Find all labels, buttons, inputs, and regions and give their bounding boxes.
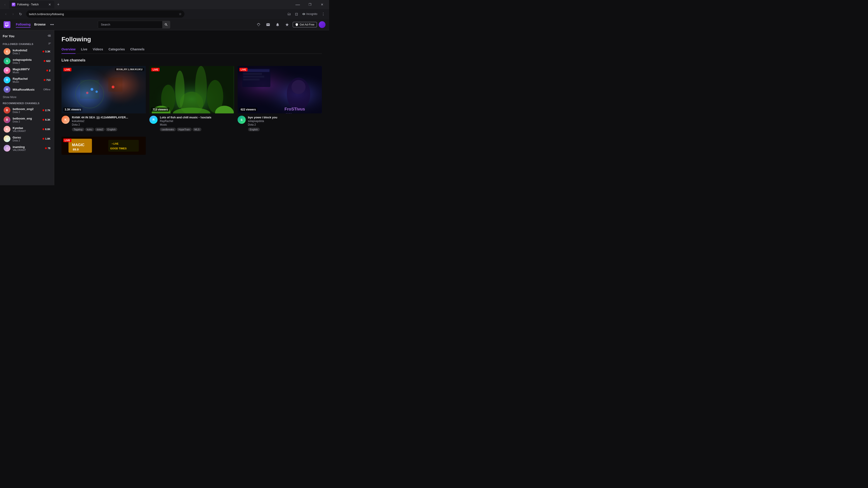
svg-text:MAGIC: MAGIC [72, 143, 85, 147]
forward-button[interactable]: › [10, 11, 16, 17]
sidebar-item[interactable]: G Gorxc Dota 2 1.8K [1, 134, 53, 143]
user-avatar[interactable] [319, 21, 326, 28]
channel-game: VALORANT [13, 149, 43, 151]
for-you-title: For You [3, 34, 14, 38]
followed-channels-title: FOLLOWED CHANNELS [3, 43, 33, 45]
viewer-count: 8.3K [42, 119, 51, 121]
stream-tag[interactable]: cardbreaks [160, 128, 176, 131]
live-channels-title: Live channels [61, 58, 322, 62]
stream-thumbnail: FroSTivus 2023 LIVE 622 viewers [238, 66, 322, 113]
star-icon[interactable]: ☆ [179, 12, 182, 16]
stream-card[interactable]: LIVE 713 viewers R Lots of fish and chil… [149, 66, 234, 131]
svg-point-21 [195, 66, 207, 108]
sidebar-collapse-icon[interactable] [48, 34, 51, 38]
stream-thumbnail: MAGIC 89.9 • LIVE GOOD TIMES LIVE [61, 137, 146, 155]
sidebar-item[interactable]: B betboom_eng Dota 2 8.3K [1, 115, 53, 125]
sidebar-item[interactable]: M MikaRoseMusic Offline [1, 85, 53, 94]
stream-tag[interactable]: MLS [193, 128, 202, 131]
nav-following[interactable]: Following [16, 22, 31, 28]
stream-card-4[interactable]: MAGIC 89.9 • LIVE GOOD TIMES LIVE [61, 137, 146, 155]
tab-nav-prev[interactable]: ‹ [2, 1, 8, 8]
streamer-avatar: R [149, 116, 158, 124]
sort-icon[interactable] [48, 42, 51, 46]
window-close-button[interactable]: ✕ [317, 1, 327, 8]
tab-overview[interactable]: Overview [61, 47, 75, 54]
channel-game: Music [13, 71, 44, 74]
channel-avatar: M [4, 67, 10, 74]
live-dot [42, 119, 44, 121]
channel-info: inamiing VALORANT [13, 145, 43, 151]
stream-title: bye yowe i block you [248, 116, 322, 119]
stream-tag[interactable]: dota2 [95, 128, 105, 131]
channel-avatar: B [4, 116, 10, 123]
stream-title: Lots of fish and chill music - !socials [160, 116, 234, 119]
search-button[interactable] [162, 21, 170, 29]
tab-videos[interactable]: Videos [93, 47, 103, 54]
viewer-count: 1.8K [42, 137, 51, 140]
live-dot [42, 138, 44, 140]
channel-name: Gorxc [13, 136, 40, 139]
svg-text:• LIVE: • LIVE [112, 142, 119, 145]
live-badge: LIVE [239, 68, 248, 71]
stream-tag[interactable]: Tagalog [72, 128, 84, 131]
svg-point-8 [108, 75, 127, 94]
channel-info: RayRachel Music [13, 77, 41, 83]
notifications-icon[interactable] [274, 21, 281, 29]
window-minimize-button[interactable]: — [292, 1, 303, 8]
stream-tag[interactable]: kuku [85, 128, 94, 131]
browser-treasury-icon[interactable]: 🗂 [286, 11, 292, 17]
svg-point-7 [75, 80, 103, 108]
twitch-logo[interactable] [4, 21, 10, 28]
tab-live[interactable]: Live [81, 47, 87, 54]
back-button[interactable]: ‹ [3, 11, 9, 17]
address-bar[interactable]: twitch.tv/directory/following ☆ [26, 10, 184, 18]
nav-more-button[interactable]: ••• [50, 23, 54, 27]
sidebar-item[interactable]: K kukudota2 Dota 2 3.3K [1, 47, 53, 56]
new-tab-button[interactable]: + [55, 1, 61, 8]
channel-info: kukudota2 Dota 2 [13, 48, 40, 55]
window-maximize-button[interactable]: ❐ [305, 1, 315, 8]
channel-game: Dota 2 [13, 139, 40, 142]
stream-card[interactable]: LIVE RIVALRY.LINK/KUKU 3.3K viewers K RA… [61, 66, 146, 131]
main-content: Following Overview Live Videos Categorie… [54, 30, 329, 185]
browser-profile-icon[interactable]: ⊡ [293, 11, 300, 17]
show-more-button[interactable]: Show More [0, 94, 54, 100]
viewer-count: 2.7K [42, 109, 51, 111]
nav-browse[interactable]: Browse [34, 22, 46, 28]
tab-close-button[interactable]: ✕ [48, 3, 52, 6]
sidebar-item[interactable]: I inamiing VALORANT 78 [1, 143, 53, 153]
svg-rect-10 [108, 78, 122, 92]
stream-tag[interactable]: HypeTrain [177, 128, 192, 131]
refresh-button[interactable]: ↻ [17, 11, 24, 17]
svg-rect-32 [243, 78, 260, 80]
sidebar-item[interactable]: B betboom_eng2 Dota 2 2.7K [1, 105, 53, 115]
stream-tag[interactable]: English [248, 128, 260, 131]
browser-menu-icon[interactable]: ⋮ [320, 11, 327, 17]
tab-categories[interactable]: Categories [108, 47, 125, 54]
stream-tag[interactable]: English [105, 128, 117, 131]
stream-game: Dota 2 [72, 123, 146, 126]
incognito-label: Incognito [306, 12, 317, 15]
channel-game: Dota 2 [13, 52, 40, 55]
live-dot [45, 147, 47, 149]
sidebar-item[interactable]: S solapsapdota Dota 2 622 [1, 56, 53, 66]
channel-game: Dota 2 [13, 111, 40, 113]
prime-icon[interactable] [283, 21, 291, 29]
active-tab[interactable]: Following - Twitch ✕ [9, 1, 54, 8]
bits-icon[interactable] [255, 21, 262, 29]
svg-rect-3 [7, 24, 8, 25]
tab-channels[interactable]: Channels [130, 47, 145, 54]
inbox-icon[interactable] [264, 21, 272, 29]
get-ad-free-button[interactable]: Get Ad-Free [293, 22, 317, 27]
svg-point-20 [175, 70, 184, 108]
search-input[interactable] [101, 23, 160, 26]
sidebar-item[interactable]: K Kyedae VALORANT 8.8K [1, 125, 53, 134]
sidebar-item[interactable]: M Magic899TV Music 2 [1, 66, 53, 75]
channel-avatar: K [4, 126, 10, 133]
channel-avatar: G [4, 135, 10, 142]
stream-card[interactable]: FroSTivus 2023 LIVE 622 viewers S bye yo… [238, 66, 322, 131]
incognito-indicator: Incognito [301, 12, 319, 16]
content-tabs: Overview Live Videos Categories Channels [61, 47, 322, 54]
channel-game: Dota 2 [13, 120, 40, 123]
sidebar-item[interactable]: R RayRachel Music 713 [1, 75, 53, 85]
